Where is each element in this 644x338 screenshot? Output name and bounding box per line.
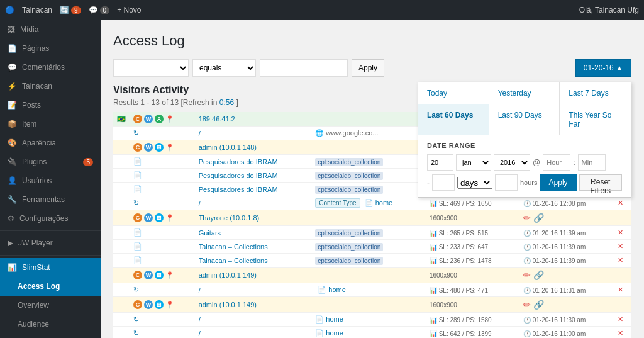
- hour-input[interactable]: [543, 154, 570, 171]
- sidebar-item-overview[interactable]: Overview: [0, 296, 101, 315]
- adminbar-updates[interactable]: 🔄 9: [60, 6, 81, 14]
- delete-icon[interactable]: ✕: [618, 315, 623, 323]
- year-select[interactable]: 2016 2015: [494, 154, 530, 171]
- home-link[interactable]: 📄 home: [315, 329, 343, 337]
- external-link-icon[interactable]: 🔗: [533, 270, 544, 280]
- delete-icon[interactable]: ✕: [618, 286, 623, 293]
- sidebar-item-audience[interactable]: Audience: [0, 315, 101, 334]
- page-link[interactable]: Tainacan – Collections: [199, 243, 268, 251]
- admin149b-link[interactable]: admin (10.0.1.149): [199, 301, 257, 308]
- slimstat-icon: 📊: [8, 263, 17, 272]
- os-icon: ⊞: [155, 300, 164, 309]
- delete-icon[interactable]: ✕: [618, 329, 623, 337]
- adminbar-wp-icon[interactable]: 🔵: [5, 6, 14, 14]
- filter-value-input[interactable]: [260, 59, 348, 77]
- page-link[interactable]: Pesquisadores do IBRAM: [199, 172, 278, 179]
- collection-tag: cpt:socialdb_collection: [315, 229, 383, 237]
- sidebar-item-site-analysis[interactable]: Site Analysis: [0, 334, 101, 338]
- adminbar-new[interactable]: + Novo: [117, 6, 141, 14]
- home-link[interactable]: 📄 home: [315, 315, 343, 323]
- thayrone-link[interactable]: Thayrone (10.0.1.8): [199, 214, 260, 222]
- pin-icon: 📍: [165, 271, 174, 279]
- sidebar-item-paginas[interactable]: 📄 Páginas: [0, 39, 101, 58]
- sidebar-item-access-log[interactable]: Access Log: [0, 277, 101, 296]
- sidebar-item-posts[interactable]: 📝 Posts: [0, 96, 101, 115]
- edit-icon[interactable]: ✏: [523, 300, 531, 310]
- month-select[interactable]: jan fev mar: [456, 154, 491, 171]
- home-link[interactable]: 📄 home: [318, 286, 346, 293]
- os-icon: ⊞: [155, 271, 164, 279]
- tainacan-icon: ⚡: [8, 82, 17, 91]
- doc-icon: 📄: [133, 185, 142, 193]
- page-link[interactable]: Pesquisadores do IBRAM: [199, 158, 278, 166]
- posts-icon: 📝: [8, 101, 17, 110]
- stats: 📊 SL: 265 / PS: 515: [430, 230, 488, 237]
- external-link-icon[interactable]: 🔗: [533, 213, 544, 223]
- date-reset-button[interactable]: Reset Filters: [579, 174, 622, 191]
- days-select[interactable]: days hours mins: [457, 177, 492, 189]
- duration-input[interactable]: [432, 174, 455, 191]
- page-title: Access Log: [113, 33, 631, 49]
- filter-field-select[interactable]: [113, 59, 189, 77]
- plugins-icon: 🔌: [8, 157, 17, 166]
- adminbar-comments[interactable]: 💬 0: [89, 6, 110, 14]
- page-link[interactable]: /: [199, 130, 201, 137]
- date-picker-button[interactable]: 01-20-16 ▲: [575, 59, 631, 77]
- yesterday-option[interactable]: Yesterday: [489, 82, 560, 104]
- delete-icon[interactable]: ✕: [618, 256, 623, 264]
- page-link[interactable]: /: [199, 200, 201, 207]
- sidebar-item-comentarios[interactable]: 💬 Comentários: [0, 58, 101, 77]
- adminbar-site-name[interactable]: Tainacan: [22, 6, 52, 14]
- filter-apply-button[interactable]: Apply: [352, 59, 384, 77]
- sidebar-item-item[interactable]: 📦 Item: [0, 115, 101, 133]
- home-link[interactable]: 📄 home: [365, 199, 393, 206]
- date-quick-options: Today Yesterday Last 7 Days: [418, 82, 631, 104]
- edit-icon[interactable]: ✏: [523, 270, 531, 280]
- sidebar-item-tainacan[interactable]: ⚡ Tainacan: [0, 77, 101, 96]
- page-link[interactable]: Guitars: [199, 229, 221, 237]
- page-link[interactable]: /: [199, 316, 201, 324]
- last90days-option[interactable]: Last 90 Days: [489, 104, 560, 135]
- edit-icon[interactable]: ✏: [523, 213, 531, 223]
- sidebar-item-usuarios[interactable]: 👤 Usuários: [0, 171, 101, 190]
- today-option[interactable]: Today: [418, 82, 489, 104]
- hours-input[interactable]: [495, 174, 518, 191]
- page-link[interactable]: /: [199, 330, 201, 337]
- min-input[interactable]: [578, 154, 606, 171]
- sidebar-item-slimstat[interactable]: 📊 SlimStat: [0, 258, 101, 277]
- delete-icon[interactable]: ✕: [618, 228, 623, 236]
- delete-icon[interactable]: ✕: [618, 199, 623, 206]
- sidebar-item-midia[interactable]: 🖼 Mídia: [0, 20, 101, 39]
- day-input[interactable]: [427, 154, 453, 171]
- table-row: C W ⊞ 📍 Thayrone (10.0.1.8) 1600x900 ✏ 🔗: [113, 210, 631, 226]
- browser-icon: C: [133, 143, 142, 152]
- table-row: ↻ / Content Type 📄 home 📊 SL: 469 / PS: …: [113, 196, 631, 210]
- filter-operator-select[interactable]: equals contains starts with ends with: [192, 59, 256, 77]
- table-row: ↻ / 📄 home 📊 SL: 480 / PS: 471 🕐 01-20-1…: [113, 283, 631, 297]
- sidebar-item-plugins[interactable]: 🔌 Plugins 5: [0, 152, 101, 171]
- browser-icon: C: [133, 115, 142, 123]
- last7days-option[interactable]: Last 7 Days: [560, 82, 631, 104]
- sidebar-item-ferramentas[interactable]: 🔧 Ferramentas: [0, 190, 101, 209]
- sidebar-item-jw-player[interactable]: ▶ JW Player: [0, 234, 101, 252]
- delete-icon[interactable]: ✕: [618, 242, 623, 250]
- table-row: ↻ / 📄 home 📊 SL: 642 / PS: 1399 🕐 01-20-…: [113, 327, 631, 339]
- admin-ip-link[interactable]: admin (10.0.1.148): [199, 144, 257, 151]
- sidebar-item-aparencia[interactable]: 🎨 Aparência: [0, 133, 101, 152]
- last60days-option[interactable]: Last 60 Days: [418, 104, 489, 135]
- date-apply-button[interactable]: Apply: [540, 174, 577, 191]
- page-link[interactable]: Pesquisadores do IBRAM: [199, 186, 278, 193]
- configuracoes-icon: ⚙: [8, 214, 14, 223]
- ip-link[interactable]: 189.46.41.2: [199, 115, 235, 123]
- thisyear-option[interactable]: This Year So Far: [560, 104, 631, 135]
- sidebar-item-configuracoes[interactable]: ⚙ Configurações: [0, 209, 101, 228]
- os-icon: ⊞: [155, 213, 164, 222]
- external-link-icon[interactable]: 🔗: [533, 300, 544, 310]
- page-link[interactable]: Tainacan – Collections: [199, 257, 268, 264]
- page-link[interactable]: /: [199, 286, 201, 294]
- page-icon: ↻: [133, 315, 139, 323]
- admin149-link[interactable]: admin (10.0.1.149): [199, 271, 257, 279]
- doc-icon: 📄: [133, 171, 142, 179]
- adminbar-greeting: Olá, Tainacan Ufg: [579, 6, 639, 14]
- collection-tag: cpt:socialdb_collection: [315, 186, 383, 194]
